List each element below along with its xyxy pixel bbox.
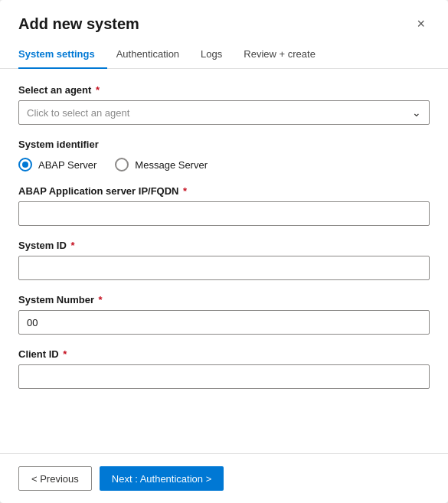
prev-button[interactable]: < Previous (18, 466, 92, 491)
tab-authentication[interactable]: Authentication (116, 42, 191, 69)
radio-message-label: Message Server (135, 159, 208, 171)
agent-label: Select an agent * (18, 84, 430, 96)
next-button[interactable]: Next : Authentication > (100, 466, 224, 491)
system-number-required: * (96, 294, 103, 305)
client-id-required: * (60, 348, 67, 360)
radio-abap-label: ABAP Server (38, 159, 96, 171)
chevron-down-icon: ⌄ (412, 106, 421, 119)
system-number-group: System Number * (18, 294, 430, 335)
radio-message[interactable]: Message Server (115, 158, 208, 171)
agent-required-star: * (93, 84, 100, 96)
radio-group: ABAP Server Message Server (18, 158, 430, 171)
tab-system-settings[interactable]: System settings (18, 42, 107, 69)
agent-select[interactable]: Click to select an agent ⌄ (18, 100, 430, 125)
tab-review-create[interactable]: Review + create (244, 42, 328, 69)
system-id-label: System ID * (18, 240, 430, 251)
modal-body: Select an agent * Click to select an age… (0, 69, 448, 453)
tab-bar: System settings Authentication Logs Revi… (0, 33, 448, 69)
system-id-group: System ID * (18, 240, 430, 280)
system-number-input[interactable] (18, 310, 430, 335)
radio-message-circle (115, 158, 129, 171)
modal-title: Add new system (18, 15, 139, 33)
tab-logs[interactable]: Logs (201, 42, 234, 69)
radio-abap-circle (18, 158, 32, 171)
modal-footer: < Previous Next : Authentication > (0, 453, 448, 503)
radio-abap-inner (22, 162, 28, 168)
close-button[interactable]: × (412, 15, 430, 32)
add-new-system-modal: Add new system × System settings Authent… (0, 0, 448, 503)
modal-header: Add new system × (0, 0, 448, 33)
system-identifier-label: System identifier (18, 139, 430, 150)
system-id-input[interactable] (18, 256, 430, 280)
abap-ip-group: ABAP Application server IP/FQDN * (18, 185, 430, 226)
client-id-label: Client ID * (18, 348, 430, 360)
system-number-label: System Number * (18, 294, 430, 305)
client-id-group: Client ID * (18, 348, 430, 389)
abap-ip-label: ABAP Application server IP/FQDN * (18, 185, 430, 197)
system-identifier-group: System identifier ABAP Server Message Se… (18, 139, 430, 171)
radio-abap[interactable]: ABAP Server (18, 158, 96, 171)
client-id-input[interactable] (18, 364, 430, 389)
abap-ip-input[interactable] (18, 201, 430, 226)
abap-ip-required: * (181, 185, 188, 197)
agent-placeholder: Click to select an agent (27, 107, 129, 119)
system-id-required: * (68, 240, 75, 251)
agent-field-group: Select an agent * Click to select an age… (18, 84, 430, 125)
